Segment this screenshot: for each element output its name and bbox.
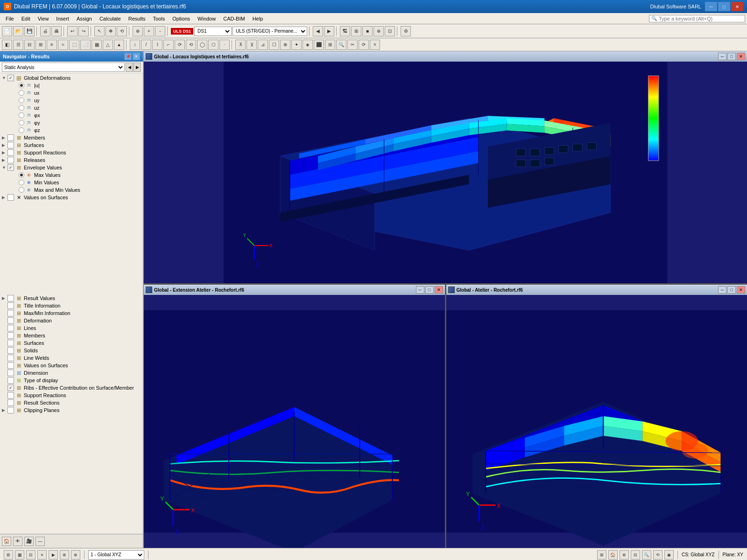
checkbox-values-surfaces2[interactable] xyxy=(7,362,14,369)
checkbox-line-welds[interactable] xyxy=(7,355,14,361)
nav-controls[interactable]: 📌 ✕ xyxy=(124,53,140,60)
vp-top-content[interactable]: X Y Z xyxy=(144,62,747,283)
menu-assign[interactable]: Assign xyxy=(73,15,96,22)
tb-case-combo[interactable]: ULS (STR/GEO) - Permane... xyxy=(233,27,307,36)
menu-insert[interactable]: Insert xyxy=(52,15,73,22)
menu-window[interactable]: Window xyxy=(194,15,219,22)
sb-r7[interactable]: ◉ xyxy=(664,550,674,560)
tree-support-reactions[interactable]: ▶ ⊞ Support Reactions xyxy=(0,149,143,156)
nav-dropdown-area[interactable]: Static Analysis ◀ ▶ xyxy=(0,62,143,73)
tb2-22[interactable]: ⊻ xyxy=(247,40,257,50)
checkbox-support-reactions2[interactable] xyxy=(7,392,14,399)
nav-arrows[interactable]: ◀ ▶ xyxy=(126,63,141,72)
tree-abs-u[interactable]: Π |u| xyxy=(0,82,143,89)
tree-values-on-surfaces2[interactable]: ⊞ Values on Surfaces xyxy=(0,362,143,369)
tree-min-values[interactable]: ⊛ Min Values xyxy=(0,179,143,186)
sb-r3[interactable]: ⊕ xyxy=(620,550,629,560)
tb-undo[interactable]: ↩ xyxy=(67,26,78,36)
tb2-13[interactable]: / xyxy=(141,40,151,50)
checkbox-clipping-planes[interactable] xyxy=(7,407,14,413)
sb-icon7[interactable]: ⊗ xyxy=(71,550,80,560)
close-button[interactable]: ✕ xyxy=(731,2,743,11)
sb-icon6[interactable]: ⊕ xyxy=(60,550,69,560)
sb-icon3[interactable]: ⊟ xyxy=(26,550,35,560)
tb2-2[interactable]: ☰ xyxy=(13,40,23,50)
radio-max-min-values[interactable] xyxy=(19,187,24,193)
vp-bl-max-btn[interactable]: □ xyxy=(425,286,434,294)
checkbox-releases[interactable] xyxy=(7,157,14,163)
radio-phix[interactable] xyxy=(19,112,24,118)
radio-abs-u[interactable] xyxy=(19,83,24,88)
tree-line-welds[interactable]: ⊞ Line Welds xyxy=(0,354,143,362)
radio-max-values[interactable] xyxy=(19,172,24,178)
tb2-27[interactable]: ◈ xyxy=(303,40,313,50)
tree-max-values[interactable]: ⊛ Max Values xyxy=(0,171,143,179)
sb-r6[interactable]: ⟲ xyxy=(653,550,662,560)
tb-save[interactable]: 💾 xyxy=(24,26,35,36)
tb2-29[interactable]: ⊞ xyxy=(325,40,335,50)
tb2-3[interactable]: ⊟ xyxy=(24,40,35,50)
tree-type-display[interactable]: ⊞ Type of display xyxy=(0,377,143,384)
radio-uz[interactable] xyxy=(19,105,24,111)
tb-next-case[interactable]: ▶ xyxy=(324,26,334,36)
tb-move[interactable]: ✥ xyxy=(106,26,116,36)
checkbox-type-display[interactable] xyxy=(7,377,14,384)
tb-prev-case[interactable]: ◀ xyxy=(313,26,323,36)
vp-br-close-btn[interactable]: ✕ xyxy=(737,286,745,294)
tb2-11[interactable]: ▲ xyxy=(114,40,124,50)
tb2-17[interactable]: ⟲ xyxy=(186,40,196,50)
menu-help[interactable]: Help xyxy=(249,15,267,22)
checkbox-ribs[interactable] xyxy=(7,385,14,391)
viewport-top[interactable]: Global - Locaux logistiques et tertiaire… xyxy=(144,51,747,285)
tree-support-reactions2[interactable]: ⊞ Support Reactions xyxy=(0,392,143,399)
vp-top-min-btn[interactable]: ─ xyxy=(718,53,726,60)
nav-pin-button[interactable]: 📌 xyxy=(124,53,132,60)
tree-envelope-values[interactable]: ▼ ⊞ Envelope Values xyxy=(0,164,143,171)
menu-results[interactable]: Results xyxy=(125,15,149,22)
tree-max-min-values[interactable]: ⊛ Max and Min Values xyxy=(0,186,143,194)
nav-icon-1[interactable]: 🏠 xyxy=(2,537,11,546)
tree-ux[interactable]: Π ux xyxy=(0,89,143,97)
tb2-18[interactable]: ◯ xyxy=(197,40,207,50)
tb2-21[interactable]: ⊼ xyxy=(235,40,246,50)
sb-r1[interactable]: ⊞ xyxy=(597,550,606,560)
tb-zoom-out[interactable]: - xyxy=(155,26,165,36)
tree-result-values[interactable]: ▶ ⊞ Result Values xyxy=(0,294,143,302)
tree-dimension[interactable]: ⊞ Dimension xyxy=(0,369,143,377)
checkbox-envelope[interactable] xyxy=(7,164,14,171)
tb-print[interactable]: 🖨 xyxy=(40,26,50,36)
tb-settings[interactable]: ⚙ xyxy=(401,26,411,36)
checkbox-values-on-surfaces[interactable] xyxy=(7,194,14,201)
tree-phix[interactable]: Π φx xyxy=(0,112,143,119)
tb-zoom-all[interactable]: ⊕ xyxy=(133,26,143,36)
sb-icon4[interactable]: ≡ xyxy=(37,550,47,560)
search-box[interactable]: 🔍 xyxy=(649,15,745,22)
vp-top-close-btn[interactable]: ✕ xyxy=(737,53,745,60)
tb-load-combo[interactable]: DS1 xyxy=(194,27,232,36)
tree-global-deformations[interactable]: ▼ ⊞ Global Deformations xyxy=(0,74,143,82)
tree-deformation[interactable]: ⊞ Deformation xyxy=(0,317,143,324)
tree-uy[interactable]: Π uy xyxy=(0,97,143,104)
tb2-6[interactable]: ≈ xyxy=(58,40,68,50)
menu-cadbim[interactable]: CAD-BIM xyxy=(219,15,248,22)
tree-clipping-planes[interactable]: ▶ ⊞ Clipping Planes xyxy=(0,406,143,414)
tb2-30[interactable]: 🔍 xyxy=(336,40,346,50)
tree-title-info[interactable]: ⊞ Title Information xyxy=(0,302,143,309)
tb-wire[interactable]: ⊞ xyxy=(351,26,361,36)
checkbox-deformation[interactable] xyxy=(7,317,14,324)
tb2-25[interactable]: ⊕ xyxy=(280,40,290,50)
tb2-12[interactable]: ↕ xyxy=(130,40,140,50)
tree-values-on-surfaces[interactable]: ▶ ✕ Values on Surfaces xyxy=(0,194,143,201)
checkbox-title-info[interactable] xyxy=(7,302,14,309)
nav-icon-4[interactable]: — xyxy=(35,537,45,546)
checkbox-solids[interactable] xyxy=(7,347,14,354)
tb2-15[interactable]: ⌐ xyxy=(163,40,174,50)
sb-icon5[interactable]: ▶ xyxy=(49,550,58,560)
tb2-32[interactable]: ⟳ xyxy=(359,40,369,50)
nav-icon-3[interactable]: 🎥 xyxy=(24,537,34,546)
tb2-26[interactable]: ✦ xyxy=(291,40,302,50)
vp-bl-close-btn[interactable]: ✕ xyxy=(435,286,443,294)
radio-phiz[interactable] xyxy=(19,127,24,133)
sb-view-combo[interactable]: 1 - Global XYZ xyxy=(88,550,144,560)
checkbox-support-reactions[interactable] xyxy=(7,149,14,156)
